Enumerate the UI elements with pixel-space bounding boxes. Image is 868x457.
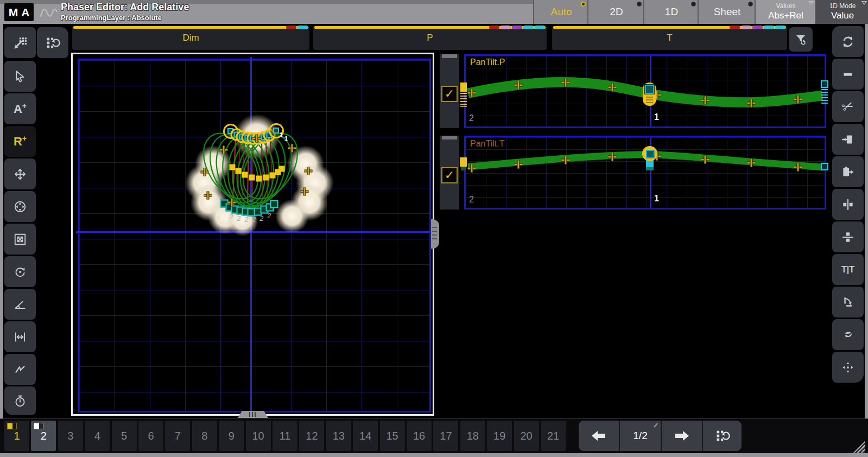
value-square-marker[interactable] bbox=[256, 176, 262, 182]
step-button-19[interactable]: 19 bbox=[487, 421, 512, 451]
step-button-6[interactable]: 6 bbox=[138, 421, 163, 451]
step-button-4[interactable]: 4 bbox=[85, 421, 110, 451]
arrow-right-icon bbox=[674, 430, 689, 442]
value-square-marker[interactable] bbox=[279, 166, 285, 172]
move-center-button[interactable] bbox=[4, 191, 36, 222]
mirror-text-button[interactable]: T|T bbox=[832, 254, 864, 285]
step-label: 3 bbox=[67, 430, 73, 442]
copy-button[interactable] bbox=[832, 124, 864, 155]
stopwatch-button[interactable] bbox=[4, 386, 36, 415]
recalculate-right-button[interactable] bbox=[832, 26, 864, 57]
step-button-7[interactable]: 7 bbox=[165, 421, 190, 451]
add-absolute-button[interactable]: A+ bbox=[4, 93, 36, 124]
curve-point-cross[interactable] bbox=[467, 164, 477, 173]
recalculate-steps-button[interactable] bbox=[702, 421, 742, 451]
invert-direction-button[interactable] bbox=[832, 319, 864, 350]
graph-p-end-marker[interactable] bbox=[821, 80, 828, 88]
step-button-20[interactable]: 20 bbox=[514, 421, 539, 451]
move-button[interactable] bbox=[4, 158, 36, 189]
tab-auto[interactable]: Auto bbox=[533, 0, 588, 24]
add-relative-button[interactable]: R+ bbox=[4, 126, 36, 157]
scale-button[interactable] bbox=[4, 224, 36, 255]
graph-t-end-marker[interactable] bbox=[821, 163, 828, 170]
graph-t-start-marker[interactable] bbox=[460, 157, 467, 167]
feature-chip bbox=[764, 26, 774, 29]
grid-move-button[interactable] bbox=[4, 27, 36, 58]
values-dropdown[interactable]: Values Abs+Rel bbox=[755, 0, 816, 24]
step-handle-icon[interactable] bbox=[645, 85, 654, 94]
curve-point-cross[interactable] bbox=[561, 156, 571, 165]
param-button-t[interactable]: T bbox=[552, 26, 787, 50]
curve-point-cross[interactable] bbox=[561, 78, 571, 87]
step2-marker[interactable] bbox=[270, 200, 278, 208]
prev-page-button[interactable] bbox=[579, 421, 619, 451]
graph-t-selected-step-marker[interactable] bbox=[642, 146, 657, 161]
param-button-dim[interactable]: Dim bbox=[72, 26, 309, 50]
curve-point-cross[interactable] bbox=[514, 160, 523, 169]
value-square-marker[interactable] bbox=[242, 172, 248, 178]
value-square-marker[interactable] bbox=[263, 175, 269, 181]
recalculate-button[interactable] bbox=[37, 27, 68, 58]
step-button-14[interactable]: 14 bbox=[353, 421, 378, 451]
mirror-vertical-button[interactable] bbox=[832, 221, 864, 252]
step-handle-icon[interactable] bbox=[646, 150, 655, 158]
curve-point-cross[interactable] bbox=[747, 99, 756, 108]
select-pointer-button[interactable] bbox=[4, 61, 36, 92]
splitter-handle-bottom[interactable] bbox=[238, 411, 268, 418]
step-button-3[interactable]: 3 bbox=[58, 421, 83, 451]
curve-point-cross[interactable] bbox=[514, 81, 523, 90]
tab-1d[interactable]: 1D bbox=[643, 0, 699, 24]
tab-sheet[interactable]: Sheet bbox=[698, 0, 756, 24]
move-all-button[interactable] bbox=[832, 352, 864, 383]
slope-button[interactable] bbox=[4, 354, 36, 385]
step-label: 4 bbox=[94, 430, 100, 442]
step-button-15[interactable]: 15 bbox=[380, 421, 405, 451]
curve-point-cross[interactable] bbox=[747, 158, 756, 168]
step-button-16[interactable]: 16 bbox=[407, 421, 432, 451]
collapse-button[interactable] bbox=[832, 59, 864, 90]
step-button-9[interactable]: 9 bbox=[219, 421, 244, 451]
step-button-11[interactable]: 11 bbox=[273, 421, 297, 451]
step-button-21[interactable]: 21 bbox=[541, 421, 566, 451]
curve-point-cross[interactable] bbox=[794, 163, 803, 172]
splitter-handle-right[interactable] bbox=[431, 219, 439, 249]
graph-t-step-block[interactable] bbox=[646, 160, 654, 170]
check-icon: ✓ bbox=[445, 87, 454, 101]
graph-p-checkbox[interactable]: ✓ bbox=[441, 86, 458, 102]
rotate-90-button[interactable] bbox=[832, 287, 864, 318]
width-button[interactable] bbox=[4, 321, 36, 352]
paste-button[interactable] bbox=[832, 156, 864, 187]
tab-2d[interactable]: 2D bbox=[587, 0, 644, 24]
step-button-8[interactable]: 8 bbox=[192, 421, 217, 451]
graph-p-selected-step-marker[interactable] bbox=[643, 82, 656, 106]
1d-mode-dropdown[interactable]: 1D Mode Value bbox=[815, 0, 868, 24]
value-square-marker[interactable] bbox=[236, 168, 242, 174]
graph-p-start-marker[interactable] bbox=[460, 82, 467, 92]
curve-point-cross[interactable] bbox=[794, 95, 803, 104]
window-frame-right bbox=[865, 24, 868, 457]
step-button-2[interactable]: 2 bbox=[31, 421, 56, 451]
rotate-button[interactable] bbox=[4, 256, 36, 287]
value-square-marker[interactable] bbox=[249, 175, 255, 181]
cut-button[interactable]: ✂ bbox=[832, 91, 864, 122]
page-indicator[interactable]: 1/2 bbox=[619, 421, 661, 451]
param-button-p[interactable]: P bbox=[313, 26, 547, 50]
step-button-18[interactable]: 18 bbox=[460, 421, 485, 451]
graph-t-checkbox[interactable]: ✓ bbox=[441, 167, 458, 183]
step-button-12[interactable]: 12 bbox=[299, 421, 324, 451]
curve-point-cross[interactable] bbox=[701, 155, 710, 164]
curve-point-cross[interactable] bbox=[608, 83, 617, 92]
angle-button[interactable] bbox=[4, 289, 36, 320]
step-button-17[interactable]: 17 bbox=[433, 421, 458, 451]
curve-point-cross[interactable] bbox=[467, 88, 477, 98]
curve-point-cross[interactable] bbox=[608, 153, 617, 162]
mirror-horizontal-button[interactable] bbox=[832, 189, 864, 220]
step-button-5[interactable]: 5 bbox=[112, 421, 137, 451]
value-square-marker[interactable] bbox=[230, 164, 236, 170]
curve-point-cross[interactable] bbox=[701, 96, 710, 105]
step-button-10[interactable]: 10 bbox=[246, 421, 271, 451]
filter-button[interactable] bbox=[789, 27, 813, 52]
step-button-13[interactable]: 13 bbox=[326, 421, 351, 451]
next-page-button[interactable] bbox=[661, 421, 702, 451]
step-button-1[interactable]: 1 bbox=[4, 421, 29, 451]
